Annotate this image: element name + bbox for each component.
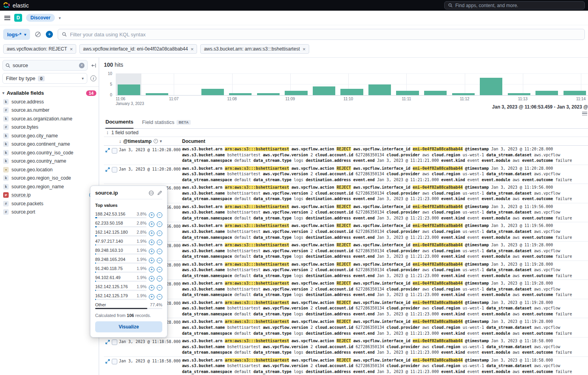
discover-app-icon[interactable]: D — [14, 14, 22, 22]
available-fields-header[interactable]: ▾ Available fields 14 — [2, 89, 96, 98]
global-search-input[interactable]: Find apps, content, and more. — [444, 1, 585, 9]
histogram-bar[interactable] — [480, 78, 502, 95]
query-menu-icon[interactable] — [35, 31, 41, 38]
field-name[interactable]: source.geo.country_name — [11, 158, 66, 164]
filter-out-value-icon[interactable]: − — [157, 231, 162, 236]
sidebar-field-source.geo.country_name[interactable]: ksource.geo.country_name — [2, 157, 96, 166]
sorted-fields-button[interactable]: 1 field sorted — [111, 130, 139, 135]
filter-for-value-icon[interactable]: + — [149, 267, 154, 272]
filter-out-value-icon[interactable]: − — [157, 285, 162, 291]
field-name[interactable]: source.geo.region_name — [11, 184, 64, 189]
field-name[interactable]: source.geo.region_iso_code — [11, 175, 71, 181]
sidebar-field-source.geo.region_iso_code[interactable]: ksource.geo.region_iso_code — [2, 174, 96, 183]
field-name[interactable]: source.bytes — [11, 124, 38, 130]
sidebar-field-source.ip[interactable]: IPsource.ip+ — [2, 191, 96, 200]
visualize-button[interactable]: Visualize — [95, 321, 162, 332]
filter-out-value-icon[interactable]: − — [157, 212, 162, 218]
breadcrumb[interactable]: Discover — [26, 14, 55, 22]
tab-documents[interactable]: Documents — [105, 119, 133, 129]
histogram-bar[interactable] — [229, 93, 252, 96]
field-name[interactable]: source.geo.location — [11, 167, 53, 172]
field-name[interactable]: source.as.organization.name — [11, 116, 72, 122]
histogram-bar[interactable] — [340, 89, 363, 96]
timestamp-column-header[interactable]: ↓ @timestamp ▾ — [119, 139, 182, 144]
filter-for-value-icon[interactable]: + — [149, 258, 154, 263]
remove-filter-icon[interactable]: × — [191, 46, 194, 52]
add-filter-icon[interactable]: + — [46, 31, 53, 38]
histogram-bar[interactable] — [424, 91, 447, 95]
filter-for-value-icon[interactable]: + — [149, 212, 154, 218]
info-icon[interactable]: i — [90, 75, 96, 81]
collapse-sidebar-icon[interactable] — [91, 63, 96, 68]
row-checkbox[interactable] — [112, 359, 117, 364]
histogram-bar[interactable] — [146, 93, 168, 96]
sidebar-field-source.geo.continent_name[interactable]: ksource.geo.continent_name — [2, 140, 96, 149]
filter-out-value-icon[interactable]: − — [157, 240, 162, 245]
sidebar-field-source.bytes[interactable]: #source.bytes — [2, 123, 96, 132]
expand-document-icon[interactable] — [105, 339, 110, 345]
sidebar-field-source.geo.country_iso_code[interactable]: ksource.geo.country_iso_code — [2, 148, 96, 157]
filter-by-type-select[interactable]: Filter by type 0 ▾ — [2, 73, 87, 84]
edit-field-icon[interactable] — [157, 190, 162, 195]
histogram-bar[interactable] — [368, 84, 391, 96]
histogram-bar[interactable] — [313, 86, 335, 95]
histogram-bar[interactable] — [285, 91, 307, 95]
menu-icon[interactable] — [4, 16, 10, 20]
remove-filter-icon[interactable]: × — [302, 46, 306, 52]
sidebar-field-source.packets[interactable]: #source.packets — [2, 199, 96, 208]
histogram-bar[interactable] — [257, 93, 280, 96]
histogram-bar[interactable] — [201, 89, 224, 96]
chart-options-icon[interactable] — [582, 112, 587, 115]
filter-for-value-icon[interactable]: + — [149, 276, 154, 281]
expand-document-icon[interactable] — [105, 148, 110, 154]
row-checkbox[interactable] — [112, 148, 117, 154]
filter-pill[interactable]: aws.vpcflow.action: REJECT× — [3, 44, 76, 54]
sidebar-field-source.as.organization.name[interactable]: ksource.as.organization.name — [2, 114, 96, 123]
sidebar-field-source.address[interactable]: ksource.address — [2, 98, 96, 106]
filter-out-value-icon[interactable]: − — [157, 276, 162, 281]
field-name[interactable]: source.geo.city_name — [11, 133, 58, 139]
filter-out-value-icon[interactable]: − — [157, 294, 162, 300]
expand-document-icon[interactable] — [105, 167, 110, 173]
histogram-bar[interactable] — [535, 91, 558, 95]
field-name[interactable]: source.geo.country_iso_code — [11, 150, 73, 156]
field-name[interactable]: source.port — [11, 209, 35, 215]
histogram-bar[interactable] — [452, 93, 475, 96]
field-name[interactable]: source.address — [11, 99, 44, 105]
clear-search-icon[interactable]: × — [79, 63, 85, 68]
histogram-bar[interactable] — [396, 91, 419, 95]
filter-for-value-icon[interactable]: + — [149, 221, 154, 227]
sidebar-field-source.geo.location[interactable]: ●source.geo.location — [2, 165, 96, 174]
filter-out-value-icon[interactable]: − — [157, 258, 162, 263]
filter-pill[interactable]: aws.vpcflow.interface_id: eni-0e4f02a08c… — [79, 44, 197, 54]
filter-out-value-icon[interactable]: − — [157, 249, 162, 254]
kql-query-input[interactable] — [70, 32, 580, 38]
row-checkbox[interactable] — [112, 167, 117, 172]
field-search-input[interactable] — [13, 62, 64, 68]
filter-pill[interactable]: aws.s3.bucket.arn: arn:aws:s3:::bshettis… — [200, 44, 309, 54]
row-checkbox[interactable] — [112, 339, 117, 345]
field-name[interactable]: source.packets — [11, 201, 43, 206]
field-name[interactable]: source.geo.continent_name — [11, 141, 70, 147]
field-stats-icon[interactable] — [148, 190, 154, 196]
filter-for-value-icon[interactable]: + — [149, 231, 154, 236]
sidebar-field-source.geo.region_name[interactable]: ksource.geo.region_name — [2, 182, 96, 191]
filter-for-value-icon[interactable]: + — [149, 249, 154, 254]
expand-document-icon[interactable] — [105, 359, 110, 365]
data-view-picker[interactable]: logs-* ▾ — [3, 29, 30, 40]
remove-filter-icon[interactable]: × — [70, 46, 73, 52]
sidebar-field-source.as.number[interactable]: #source.as.number — [2, 106, 96, 115]
filter-out-value-icon[interactable]: − — [157, 221, 162, 227]
filter-for-value-icon[interactable]: + — [149, 240, 154, 245]
sidebar-field-source.port[interactable]: #source.port — [2, 208, 96, 217]
filter-out-value-icon[interactable]: − — [157, 267, 162, 272]
filter-for-value-icon[interactable]: + — [149, 294, 154, 300]
field-name[interactable]: source.ip — [11, 192, 31, 198]
sidebar-field-source.geo.city_name[interactable]: ksource.geo.city_name — [2, 131, 96, 140]
histogram-bar[interactable] — [118, 84, 140, 96]
histogram-bar[interactable] — [564, 91, 586, 95]
field-name[interactable]: source.as.number — [11, 107, 49, 113]
tab-field-statistics[interactable]: Field statistics BETA — [142, 119, 191, 128]
chevron-down-icon[interactable]: ▾ — [59, 16, 61, 20]
filter-for-value-icon[interactable]: + — [149, 285, 154, 291]
